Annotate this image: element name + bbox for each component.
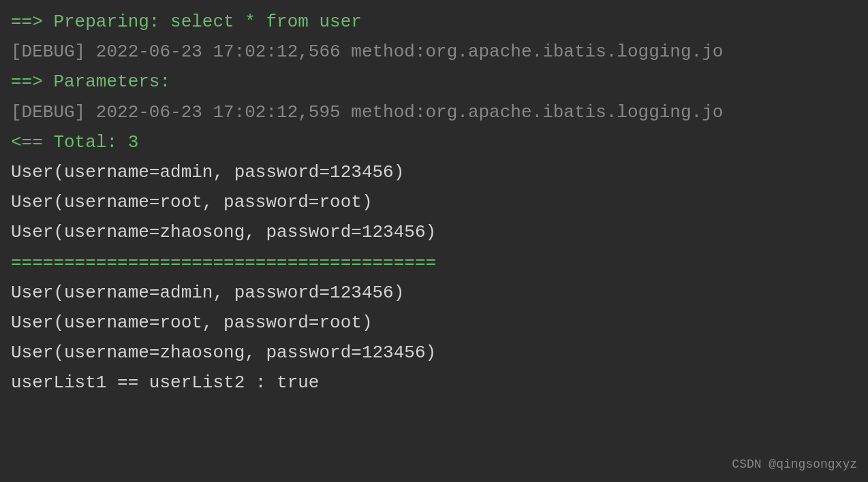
console-line-13: userList1 == userList2 : true <box>11 368 857 398</box>
user-entry-4: User(username=admin, password=123456) <box>11 283 404 303</box>
debug-line-2: [DEBUG] 2022-06-23 17:02:12,595 method:o… <box>11 102 723 123</box>
console-line-8: User(username=zhaosong, password=123456) <box>11 217 857 247</box>
user-entry-2: User(username=root, password=root) <box>11 192 373 212</box>
separator-line: ======================================== <box>11 253 436 273</box>
arrow-preparing: ==> Preparing: select * from user <box>11 12 362 32</box>
console-output: ==> Preparing: select * from user [DEBUG… <box>11 7 857 398</box>
user-entry-6: User(username=zhaosong, password=123456) <box>11 342 436 363</box>
console-line-9: ======================================== <box>11 248 857 278</box>
arrow-total: <== Total: 3 <box>11 132 138 152</box>
console-line-4: [DEBUG] 2022-06-23 17:02:12,595 method:o… <box>11 97 857 127</box>
console-line-7: User(username=root, password=root) <box>11 187 857 217</box>
console-line-1: ==> Preparing: select * from user <box>11 7 857 37</box>
user-entry-1: User(username=admin, password=123456) <box>11 162 404 182</box>
console-line-2: [DEBUG] 2022-06-23 17:02:12,566 method:o… <box>11 37 857 67</box>
debug-line-1: [DEBUG] 2022-06-23 17:02:12,566 method:o… <box>11 42 723 62</box>
console-line-5: <== Total: 3 <box>11 127 857 157</box>
arrow-parameters: ==> Parameters: <box>11 71 170 92</box>
user-list-comparison: userList1 == userList2 : true <box>11 372 319 393</box>
console-line-11: User(username=root, password=root) <box>11 308 857 338</box>
user-entry-5: User(username=root, password=root) <box>11 312 373 333</box>
watermark: CSDN @qingsongxyz <box>732 454 857 475</box>
console-line-3: ==> Parameters: <box>11 67 857 97</box>
user-entry-3: User(username=zhaosong, password=123456) <box>11 222 436 242</box>
console-line-10: User(username=admin, password=123456) <box>11 278 857 308</box>
console-line-6: User(username=admin, password=123456) <box>11 157 857 187</box>
console-line-12: User(username=zhaosong, password=123456) <box>11 338 857 368</box>
